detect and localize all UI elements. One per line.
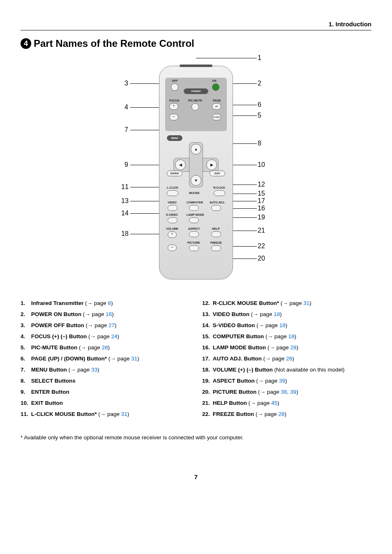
label-help: HELP (212, 227, 220, 230)
rclick-button (214, 190, 225, 196)
page-link[interactable]: 28 (291, 344, 297, 351)
page-link[interactable]: 38 (281, 389, 287, 395)
callout-19: 19 (258, 214, 265, 221)
label-off: OFF (172, 79, 178, 82)
enter-button: ENTER (167, 171, 182, 176)
label-freeze: FREEZE (210, 241, 222, 244)
parts-list-item: 1. Infrared Transmitter (→ page 8) (21, 300, 190, 306)
parts-list-item: 7. MENU Button (→ page 33) (21, 367, 190, 373)
callout-4: 4 (125, 104, 128, 111)
computer-button (189, 205, 199, 211)
header-section: 1. Introduction (21, 21, 371, 30)
ir-window (180, 65, 212, 67)
label-computer: COMPUTER (187, 201, 203, 204)
page-link[interactable]: 18 (288, 333, 295, 339)
parts-lists: 1. Infrared Transmitter (→ page 8)2. POW… (21, 300, 371, 422)
page-link[interactable]: 45 (271, 400, 277, 406)
power-label-bar: POWER (184, 88, 208, 94)
parts-list-item: 16. LAMP MODE Button (→ page 28) (202, 344, 371, 351)
label-picmute: PIC-MUTE (188, 99, 202, 102)
callout-16: 16 (258, 205, 265, 212)
aspect-button (189, 231, 199, 237)
callout-11: 11 (121, 183, 129, 191)
callout-5: 5 (258, 112, 261, 119)
parts-list-item: 6. PAGE (UP) / (DOWN) Button* (→ page 31… (21, 355, 190, 362)
section-title: 4 Part Names of the Remote Control (21, 38, 371, 49)
help-button (211, 231, 221, 237)
select-up-button: ▲ (191, 144, 201, 155)
page-link[interactable]: 28 (279, 411, 285, 417)
page-link[interactable]: 31 (121, 411, 127, 417)
page-link[interactable]: 26 (286, 355, 292, 362)
label-picture: PICTURE (187, 241, 200, 244)
label-focus: FOCUS (169, 99, 180, 102)
dpad: ▲ ▼ ◀ ▶ (173, 142, 219, 187)
label-volume: VOLUME (166, 227, 178, 230)
lower-panel: L-CLICK R-CLICK MOUSE VIDEO COMPUTER AUT… (165, 189, 227, 272)
page-link[interactable]: 8 (108, 300, 111, 306)
page-up-button: UP (212, 103, 221, 110)
page-link[interactable]: 31 (303, 300, 309, 306)
parts-list-item: 8. SELECT Buttons (21, 378, 190, 384)
parts-list-item: 11. L-CLICK MOUSE Button* (→ page 31) (21, 411, 190, 417)
callout-22: 22 (258, 242, 265, 250)
page-link[interactable]: 16 (106, 311, 112, 317)
select-left-button: ◀ (175, 159, 186, 170)
select-down-button: ▼ (191, 175, 201, 186)
volume-plus-button: + (168, 231, 177, 238)
callout-18: 18 (121, 230, 129, 238)
parts-list-item: 13. VIDEO Button (→ page 18) (202, 311, 371, 317)
page-link[interactable]: 27 (108, 322, 115, 328)
label-aspect: ASPECT (188, 227, 200, 230)
label-video: VIDEO (168, 201, 177, 204)
picture-button (189, 245, 199, 251)
power-off-button (171, 83, 178, 91)
page-link[interactable]: 39 (290, 389, 296, 395)
parts-list-item: 2. POWER ON Button (→ page 16) (21, 311, 190, 317)
label-lclick: L-CLICK (167, 186, 178, 189)
page-link[interactable]: 24 (111, 333, 117, 339)
label-lampmode: LAMP MODE (187, 213, 204, 216)
parts-list-item: 17. AUTO ADJ. Button (→ page 26) (202, 355, 371, 362)
svideo-button (168, 217, 178, 223)
callout-17: 17 (258, 197, 265, 205)
page-link[interactable]: 18 (274, 311, 280, 317)
page-link[interactable]: 33 (91, 367, 97, 373)
callout-12: 12 (258, 181, 265, 188)
parts-list-item: 21. HELP Button (→ page 45) (202, 400, 371, 406)
label-page: PAGE (213, 99, 221, 102)
parts-list-item: 19. ASPECT Button (→ page 39) (202, 378, 371, 384)
parts-list-item: 9. ENTER Button (21, 389, 190, 395)
lampmode-button (189, 217, 199, 223)
page-down-button: DOWN (212, 114, 221, 120)
focus-minus-button: − (169, 114, 178, 120)
label-svideo: S-VIDEO (166, 213, 178, 216)
parts-list-item: 20. PICTURE Button (→ page 38, 39) (202, 389, 371, 395)
page-link[interactable]: 39 (279, 378, 285, 384)
page-number: 7 (21, 473, 371, 480)
callout-9: 9 (125, 161, 128, 169)
parts-list-item: 18. VOLUME (+) (–) Button (Not available… (202, 367, 371, 373)
parts-list-item: 3. POWER OFF Button (→ page 27) (21, 322, 190, 328)
page-link[interactable]: 31 (131, 355, 137, 362)
callout-6: 6 (258, 101, 261, 108)
freeze-button (211, 245, 221, 251)
label-on: ON (212, 79, 217, 82)
focus-plus-button: + (169, 103, 178, 110)
parts-list-item: 4. FOCUS (+) (–) Button (→ page 24) (21, 333, 190, 339)
page-link[interactable]: 18 (279, 322, 286, 328)
label-rclick: R-CLICK (213, 186, 225, 189)
parts-list-item: 12. R-CLICK MOUSE Button* (→ page 31) (202, 300, 371, 306)
callout-14: 14 (121, 210, 129, 217)
parts-list-item: 5. PIC-MUTE Button (→ page 28) (21, 344, 190, 351)
callout-21: 21 (258, 227, 265, 234)
lclick-button (167, 190, 178, 196)
parts-list-item: 15. COMPUTER Button (→ page 18) (202, 333, 371, 339)
parts-list-left: 1. Infrared Transmitter (→ page 8)2. POW… (21, 300, 190, 422)
label-autoadj: AUTO ADJ. (210, 201, 225, 204)
parts-list-item: 22. FREEZE Button (→ page 28) (202, 411, 371, 417)
page-link[interactable]: 28 (102, 344, 108, 351)
parts-list-right: 12. R-CLICK MOUSE Button* (→ page 31)13.… (202, 300, 371, 422)
remote-body: OFF ON POWER FOCUS PIC-MUTE PAGE + − UP … (159, 66, 233, 279)
menu-button: MENU (167, 135, 182, 141)
